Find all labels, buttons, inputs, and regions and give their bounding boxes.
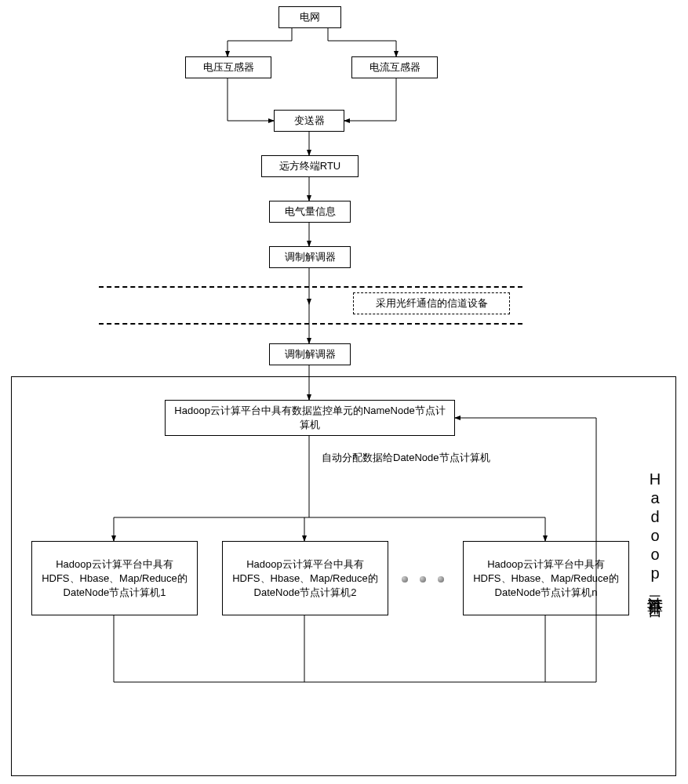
ellipsis-dot — [402, 576, 408, 583]
ellipsis-dot — [438, 576, 444, 583]
modem-1-node: 调制解调器 — [269, 246, 351, 268]
grid-node: 电网 — [278, 6, 341, 28]
datanode-2-node: Hadoop云计算平台中具有HDFS、Hbase、Map/Reduce的Date… — [222, 541, 388, 615]
alloc-label: 自动分配数据给DateNode节点计算机 — [322, 451, 490, 465]
current-transformer-node: 电流互感器 — [351, 56, 438, 78]
datanode-n-node: Hadoop云计算平台中具有HDFS、Hbase、Map/Reduce的Date… — [463, 541, 629, 615]
voltage-transformer-node: 电压互感器 — [185, 56, 271, 78]
elec-info-node: 电气量信息 — [269, 201, 351, 223]
rtu-node: 远方终端RTU — [261, 155, 359, 177]
channel-top-line — [99, 286, 522, 288]
modem-2-node: 调制解调器 — [269, 343, 351, 365]
channel-bottom-line — [99, 323, 522, 325]
namenode-node: Hadoop云计算平台中具有数据监控单元的NameNode节点计算机 — [165, 400, 455, 436]
datanode-1-node: Hadoop云计算平台中具有HDFS、Hbase、Map/Reduce的Date… — [31, 541, 198, 615]
platform-vertical-label: Hadoop云计算平台 — [645, 470, 666, 591]
ellipsis-dot — [420, 576, 426, 583]
transmitter-node: 变送器 — [274, 110, 344, 132]
channel-equipment-node: 采用光纤通信的信道设备 — [353, 292, 510, 314]
